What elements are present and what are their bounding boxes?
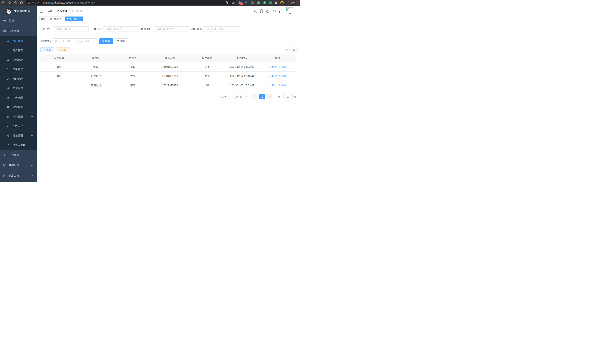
svg-text:?: ? xyxy=(267,10,268,12)
svg-text:y: y xyxy=(264,1,265,4)
